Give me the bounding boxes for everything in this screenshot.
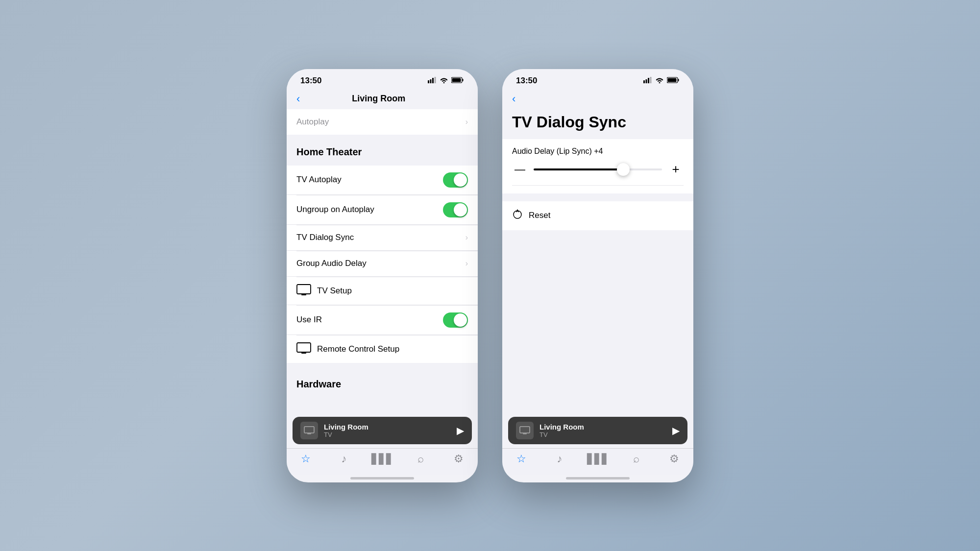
now-playing-title-left: Living Room — [324, 423, 457, 431]
ungroup-autoplay-item[interactable]: Ungroup on Autoplay — [287, 195, 478, 225]
ungroup-autoplay-toggle[interactable] — [443, 202, 468, 217]
now-playing-bar-right[interactable]: Living Room TV ▶ — [508, 417, 687, 444]
slider-section: Audio Delay (Lip Sync) +4 — + — [502, 139, 693, 193]
svg-rect-16 — [650, 77, 652, 83]
svg-rect-2 — [432, 78, 434, 83]
back-button-right[interactable]: ‹ — [512, 93, 515, 105]
tv-autoplay-item[interactable]: TV Autoplay — [287, 166, 478, 195]
ungroup-autoplay-knob — [454, 203, 467, 216]
tab-settings-left[interactable]: ⚙ — [440, 453, 478, 465]
left-phone: 13:50 ‹ Living Room — [287, 69, 478, 482]
page-title-right: TV Dialog Sync — [502, 109, 693, 139]
svg-rect-9 — [297, 343, 311, 352]
status-bar-left: 13:50 — [287, 69, 478, 89]
favorites-icon-left: ☆ — [301, 453, 311, 465]
tv-setup-item[interactable]: TV Setup — [287, 277, 478, 305]
svg-rect-11 — [304, 427, 314, 433]
battery-icon-left — [451, 76, 464, 85]
now-playing-bar-left[interactable]: Living Room TV ▶ — [293, 417, 472, 444]
tab-search-right[interactable]: ⌕ — [617, 453, 655, 465]
tab-music-left[interactable]: ♪ — [325, 453, 363, 465]
search-icon-right: ⌕ — [633, 453, 639, 465]
now-playing-icon-right — [516, 422, 534, 439]
signal-icon-right — [643, 76, 652, 85]
tab-stats-left[interactable]: ▋▋▋ — [363, 453, 401, 465]
autoplay-item[interactable]: Autoplay › — [287, 109, 478, 135]
wifi-icon-left — [440, 76, 448, 85]
now-playing-info-left: Living Room TV — [324, 423, 457, 438]
search-icon-left: ⌕ — [417, 453, 424, 465]
settings-icon-left: ⚙ — [454, 453, 464, 465]
tv-dialog-sync-item[interactable]: TV Dialog Sync › — [287, 225, 478, 251]
spacer-right-1 — [502, 197, 693, 201]
back-button-left[interactable]: ‹ — [296, 93, 300, 105]
tab-stats-right[interactable]: ▋▋▋ — [579, 453, 617, 465]
use-ir-knob — [454, 313, 467, 327]
svg-rect-1 — [430, 79, 432, 83]
svg-rect-13 — [643, 80, 645, 83]
right-phone: 13:50 ‹ TV Dialog Sync A — [502, 69, 693, 482]
group-audio-delay-item[interactable]: Group Audio Delay › — [287, 251, 478, 277]
spacer-1 — [287, 135, 478, 139]
home-indicator-left — [350, 477, 414, 479]
content-left: Autoplay › Home Theater TV Autoplay — [287, 109, 478, 413]
svg-rect-6 — [452, 78, 461, 82]
svg-rect-5 — [463, 79, 464, 81]
home-indicator-right — [566, 477, 630, 479]
tab-favorites-right[interactable]: ☆ — [502, 453, 540, 465]
favorites-icon-right: ☆ — [516, 453, 526, 465]
now-playing-sub-right: TV — [539, 431, 672, 438]
tv-dialog-sync-chevron: › — [466, 233, 468, 242]
content-right: TV Dialog Sync Audio Delay (Lip Sync) +4… — [502, 109, 693, 413]
time-left: 13:50 — [300, 76, 321, 86]
reset-icon — [512, 209, 523, 222]
tv-autoplay-toggle[interactable] — [443, 172, 468, 188]
music-icon-right: ♪ — [557, 453, 563, 465]
status-icons-right — [643, 76, 680, 85]
svg-rect-21 — [523, 433, 527, 434]
slider-track[interactable] — [534, 168, 662, 170]
tab-search-left[interactable]: ⌕ — [401, 453, 440, 465]
spacer-2 — [287, 367, 478, 371]
wifi-icon-right — [655, 76, 664, 85]
svg-rect-8 — [301, 294, 306, 295]
tab-settings-right[interactable]: ⚙ — [655, 453, 693, 465]
tab-bar-right: ☆ ♪ ▋▋▋ ⌕ ⚙ — [502, 448, 693, 475]
signal-icon-left — [428, 76, 437, 85]
play-button-right[interactable]: ▶ — [672, 425, 680, 436]
home-theater-header: Home Theater — [287, 139, 478, 162]
remote-control-setup-item[interactable]: Remote Control Setup — [287, 335, 478, 363]
settings-icon-right: ⚙ — [669, 453, 679, 465]
time-right: 13:50 — [516, 76, 537, 86]
status-icons-left — [428, 76, 464, 85]
tv-autoplay-label: TV Autoplay — [296, 175, 443, 185]
use-ir-label: Use IR — [296, 315, 443, 325]
battery-icon-right — [667, 76, 680, 85]
svg-rect-18 — [678, 79, 679, 81]
slider-thumb[interactable] — [617, 163, 630, 176]
slider-decrease-button[interactable]: — — [512, 162, 528, 177]
reset-section[interactable]: Reset — [502, 201, 693, 230]
nav-bar-right: ‹ — [502, 89, 693, 109]
slider-label: Audio Delay (Lip Sync) +4 — [512, 147, 684, 156]
svg-rect-20 — [520, 427, 530, 433]
svg-rect-0 — [428, 80, 429, 83]
tv-setup-icon — [296, 284, 317, 298]
use-ir-toggle[interactable] — [443, 312, 468, 328]
svg-rect-19 — [668, 78, 677, 82]
tv-dialog-sync-label: TV Dialog Sync — [296, 233, 464, 242]
remote-control-icon — [296, 342, 317, 356]
tab-music-right[interactable]: ♪ — [540, 453, 579, 465]
play-button-left[interactable]: ▶ — [457, 425, 464, 436]
tab-favorites-left[interactable]: ☆ — [287, 453, 325, 465]
slider-increase-button[interactable]: + — [668, 162, 684, 177]
svg-rect-14 — [646, 79, 647, 83]
nav-title-left: Living Room — [300, 94, 457, 104]
tv-autoplay-knob — [454, 173, 467, 187]
reset-label: Reset — [529, 211, 550, 220]
use-ir-item[interactable]: Use IR — [287, 306, 478, 335]
now-playing-sub-left: TV — [324, 431, 457, 438]
svg-rect-3 — [435, 77, 436, 83]
autoplay-label: Autoplay — [296, 117, 464, 127]
svg-rect-15 — [648, 78, 649, 83]
